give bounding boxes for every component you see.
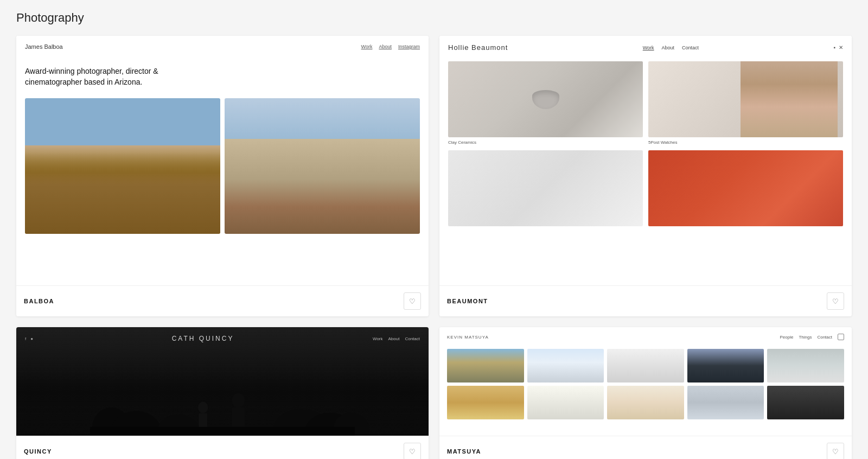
svg-point-5 bbox=[232, 393, 245, 407]
beaumont-name: BEAUMONT bbox=[447, 298, 488, 304]
matsuya-footer: MATSUYA ♡ bbox=[439, 436, 852, 459]
beaumont-nav: Work About Contact bbox=[643, 45, 699, 50]
matsuya-photo-2 bbox=[527, 349, 604, 382]
balboa-nav-work: Work bbox=[361, 44, 373, 49]
matsuya-photos bbox=[447, 349, 844, 419]
quincy-favorite-button[interactable]: ♡ bbox=[404, 443, 421, 459]
beaumont-item-2: 5Post Watches bbox=[648, 61, 843, 145]
balboa-preview: James Balboa Work About Instagram Award-… bbox=[16, 36, 429, 285]
matsuya-photo-9 bbox=[687, 386, 764, 419]
template-card-quincy[interactable]: f ● CATH QUINCY Work About Contact QUINC… bbox=[16, 327, 429, 459]
svg-rect-10 bbox=[90, 427, 355, 436]
quincy-header: f ● CATH QUINCY Work About Contact bbox=[16, 335, 429, 342]
quincy-social-icons: f ● bbox=[25, 336, 33, 341]
matsuya-photo-1 bbox=[447, 349, 524, 382]
matsuya-photo-10 bbox=[767, 386, 844, 419]
beaumont-preview: Hollie Beaumont Work About Contact ▪ ✕ C… bbox=[439, 36, 852, 285]
beaumont-watch-photo bbox=[648, 61, 843, 137]
page-title: Photography bbox=[16, 11, 852, 25]
template-card-beaumont[interactable]: Hollie Beaumont Work About Contact ▪ ✕ C… bbox=[439, 36, 852, 316]
matsuya-logo: KEVIN MATSUYA bbox=[447, 335, 489, 340]
beaumont-logo: Hollie Beaumont bbox=[448, 43, 508, 52]
quincy-silhouettes bbox=[16, 365, 429, 436]
quincy-icon-instagram: ● bbox=[30, 336, 33, 341]
templates-grid: James Balboa Work About Instagram Award-… bbox=[16, 36, 852, 459]
quincy-nav-about: About bbox=[388, 336, 400, 341]
beaumont-caption-2: 5Post Watches bbox=[648, 140, 843, 145]
beaumont-header: Hollie Beaumont Work About Contact ▪ ✕ bbox=[448, 43, 843, 52]
matsuya-nav-things: Things bbox=[799, 335, 812, 340]
beaumont-icon-grid: ▪ bbox=[833, 44, 835, 50]
balboa-name: BALBOA bbox=[24, 298, 54, 304]
balboa-photo-1 bbox=[25, 98, 220, 234]
quincy-nav-work: Work bbox=[373, 336, 383, 341]
matsuya-photo-4 bbox=[687, 349, 764, 382]
beaumont-footer: BEAUMONT ♡ bbox=[439, 285, 852, 316]
beaumont-nav-work: Work bbox=[643, 45, 654, 50]
balboa-favorite-button[interactable]: ♡ bbox=[404, 292, 421, 310]
matsuya-preview: KEVIN MATSUYA People Things Contact bbox=[439, 327, 852, 436]
matsuya-favorite-button[interactable]: ♡ bbox=[827, 443, 844, 459]
beaumont-electronics-photo bbox=[448, 150, 643, 226]
balboa-photos bbox=[25, 98, 420, 234]
balboa-tagline: Award-winning photographer, director &ci… bbox=[25, 66, 420, 87]
quincy-footer: QUINCY ♡ bbox=[16, 436, 429, 459]
balboa-footer: BALBOA ♡ bbox=[16, 285, 429, 316]
balboa-nav-instagram: Instagram bbox=[398, 44, 420, 49]
quincy-preview: f ● CATH QUINCY Work About Contact bbox=[16, 327, 429, 436]
matsuya-nav-contact: Contact bbox=[817, 335, 832, 340]
matsuya-photo-7 bbox=[527, 386, 604, 419]
matsuya-nav-people: People bbox=[780, 335, 793, 340]
beaumont-sunglasses-photo bbox=[648, 150, 843, 226]
quincy-title: CATH QUINCY bbox=[172, 335, 234, 342]
template-card-balboa[interactable]: James Balboa Work About Instagram Award-… bbox=[16, 36, 429, 316]
matsuya-nav: People Things Contact bbox=[780, 334, 844, 340]
balboa-logo: James Balboa bbox=[25, 43, 63, 50]
beaumont-nav-about: About bbox=[662, 45, 675, 50]
svg-point-3 bbox=[198, 402, 208, 413]
matsuya-header: KEVIN MATSUYA People Things Contact bbox=[447, 334, 844, 340]
beaumont-item-3 bbox=[448, 150, 643, 229]
beaumont-grid: Clay Ceramics 5Post Watches bbox=[448, 61, 843, 229]
matsuya-photo-6 bbox=[447, 386, 524, 419]
beaumont-caption-1: Clay Ceramics bbox=[448, 140, 643, 145]
template-card-matsuya[interactable]: KEVIN MATSUYA People Things Contact bbox=[439, 327, 852, 459]
matsuya-name: MATSUYA bbox=[447, 448, 481, 455]
quincy-nav: Work About Contact bbox=[373, 336, 420, 341]
beaumont-item-4 bbox=[648, 150, 843, 229]
beaumont-icons: ▪ ✕ bbox=[833, 44, 843, 50]
matsuya-photo-8 bbox=[607, 386, 684, 419]
matsuya-icon-grid bbox=[838, 334, 844, 340]
matsuya-photo-3 bbox=[607, 349, 684, 382]
balboa-header: James Balboa Work About Instagram bbox=[25, 43, 420, 50]
matsuya-photo-5 bbox=[767, 349, 844, 382]
balboa-nav: Work About Instagram bbox=[361, 44, 420, 49]
beaumont-nav-contact: Contact bbox=[682, 45, 699, 50]
quincy-icon-facebook: f bbox=[25, 336, 26, 341]
balboa-nav-about: About bbox=[379, 44, 392, 49]
beaumont-ceramics-photo bbox=[448, 61, 643, 137]
balboa-photo-2 bbox=[225, 98, 420, 234]
beaumont-icon-twitter: ✕ bbox=[839, 44, 843, 50]
beaumont-favorite-button[interactable]: ♡ bbox=[827, 292, 844, 310]
quincy-name: QUINCY bbox=[24, 448, 52, 455]
beaumont-item-1: Clay Ceramics bbox=[448, 61, 643, 145]
quincy-nav-contact: Contact bbox=[405, 336, 420, 341]
